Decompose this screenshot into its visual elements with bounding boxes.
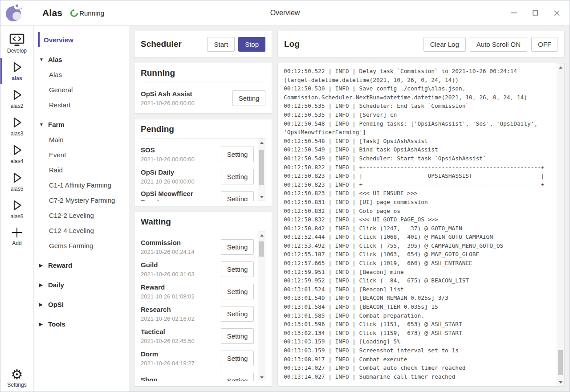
nav-item[interactable]: General [38,82,129,97]
maximize-button[interactable] [531,9,539,17]
rail-item-alas5[interactable]: alas5 [0,168,33,195]
app-title: Alas [42,8,62,18]
rail-item-alas6[interactable]: alas6 [0,196,33,222]
nav-item[interactable]: Event [38,147,129,162]
task-time: 2021-10-26 00:00:00 [141,178,217,185]
maximize-icon [533,10,538,16]
log-line: 00:13:14.027 | INFO | Combat auto check … [284,363,553,372]
play-icon [10,198,24,212]
setting-button[interactable]: Setting [221,328,254,344]
nav-item[interactable]: C1-1 Affinity Farming [38,177,129,192]
rail-item-label: alas2 [11,103,24,109]
log-line: 00:13:03.159 | INFO | [Loading] 5% [284,337,553,346]
nav-item[interactable]: ▶ Daily [38,277,129,292]
nav-arrow-icon: ▼ [39,122,48,127]
log-line: 00:12:50.548 | INFO | [Task] OpsiAshAssi… [284,137,553,146]
task-row: OpSi Ash Assist 2021-10-26 00:00:00 Sett… [141,87,265,108]
setting-button[interactable]: Setting [221,306,254,322]
task-row: Dorm 2021-10-26 04:19:27 Setting [141,347,265,369]
nav-item[interactable]: ▼ Farm [38,117,129,132]
play-icon [10,143,24,157]
nav-item[interactable]: C12-2 Leveling [38,208,129,223]
scroll-down-icon[interactable] [258,374,265,381]
scroll-up-icon[interactable] [557,64,564,71]
setting-button[interactable]: Setting [221,169,254,184]
nav-arrow-icon: ▼ [39,57,48,62]
nav-item[interactable]: ▶ OpSi [38,297,129,312]
log-line: 00:12:50.548 | INFO | Pending tasks: ['O… [284,119,553,128]
setting-button[interactable]: Setting [221,191,254,201]
log-title: Log [284,39,423,49]
nav-arrow-icon: ▶ [39,263,48,268]
main-area: Scheduler Start Stop Running OpSi Ash As… [129,26,570,392]
nav-item[interactable]: ▶ Reward [38,257,129,273]
nav-item[interactable]: Overview [38,32,129,47]
log-line: 'OpsiMeowfficerFarming'] [284,128,553,137]
nav-item[interactable]: Raid [38,162,129,177]
nav-item[interactable]: Alas [38,67,129,82]
nav-item[interactable]: C12-4 Leveling [38,223,129,238]
setting-button[interactable]: Setting [221,351,254,366]
task-info: Guild 2021-10-26 00:31:03 [141,261,221,278]
scrollbar-thumb[interactable] [558,350,563,375]
minimize-button[interactable] [510,9,518,17]
setting-button[interactable]: Setting [221,147,254,162]
rail-item-alas[interactable]: alas [0,58,33,84]
nav-item-label: Alas [48,56,62,63]
close-button[interactable] [553,9,561,17]
rail-item-add[interactable]: Add [0,224,33,249]
log-scrollbar[interactable] [557,63,564,386]
log-line: 00:12:50.535 | INFO | Scheduler: End tas… [284,102,553,110]
nav-item[interactable]: ▼ Alas [38,52,129,67]
task-info: Tactical 2021-10-26 02:45:50 [141,327,221,344]
develop-icon [9,33,25,47]
scrollbar-thumb[interactable] [259,241,264,257]
log-line: 00:13:08.917 | INFO | Combat execute [284,355,553,364]
autoscroll-off-button[interactable]: OFF [531,37,558,52]
running-title: Running [141,68,265,82]
scroll-up-icon[interactable] [258,232,265,239]
play-icon [10,88,24,102]
settings-button[interactable]: ⚙ Settings [0,365,33,392]
scroll-down-icon[interactable] [258,193,265,200]
setting-button[interactable]: Setting [221,373,254,382]
nav-item[interactable]: C7-2 Mystery Farming [38,192,129,208]
setting-button[interactable]: Setting [232,90,265,106]
clear-log-button[interactable]: Clear Log [423,37,466,52]
scroll-up-icon[interactable] [258,139,265,146]
gear-icon: ⚙ [11,368,23,381]
setting-button[interactable]: Setting [221,261,254,277]
task-row: Shop Setting [141,369,265,381]
log-line: Commission.Scheduler.NextRun=datetime.da… [284,93,553,102]
log-panel[interactable]: 00:12:50.522 | INFO | Delay task `Commis… [277,63,565,387]
waiting-scrollbar[interactable] [258,231,265,381]
rail-item-alas2[interactable]: alas2 [0,86,33,112]
scroll-down-icon[interactable] [557,379,564,386]
log-line: 00:13:01.584 | INFO | [BEACON_TIER 0.035… [284,302,553,311]
setting-button[interactable]: Setting [221,284,254,299]
log-header-panel: Log Clear Log Auto Scroll ON OFF [277,31,565,57]
autoscroll-on-button[interactable]: Auto Scroll ON [470,37,527,52]
nav-item[interactable]: Gems Farming [38,238,129,253]
pending-list[interactable]: SOS 2021-10-26 00:00:00 Setting OpSi Dai… [141,139,265,201]
nav-item-label: Overview [44,36,73,44]
log-line: 00:12:50.530 | INFO | Save config ./conf… [284,84,553,93]
nav-item[interactable]: ▶ Tools [38,316,129,331]
rail-item-alas4[interactable]: alas4 [0,141,33,167]
scrollbar-thumb[interactable] [259,150,264,185]
task-info: Commission 2021-10-26 00:24:14 [141,238,221,255]
waiting-list[interactable]: Commission 2021-10-26 00:24:14 Setting G… [141,231,265,381]
nav-arrow-icon: ▶ [39,322,48,327]
rail-item-develop[interactable]: Develop [0,31,33,57]
log-line: 00:12:50.823 | INFO | +-----------------… [284,180,553,189]
nav-item[interactable]: Restart [38,97,129,112]
pending-scrollbar[interactable] [258,139,265,201]
stop-button[interactable]: Stop [238,37,265,52]
setting-button[interactable]: Setting [221,239,254,255]
nav-item-label: Main [49,136,64,143]
task-info: OpSi Meowfficer Farming [141,189,221,201]
start-button[interactable]: Start [207,37,235,52]
task-time: 2021-10-26 02:16:02 [141,315,217,322]
rail-item-alas3[interactable]: alas3 [0,113,33,139]
nav-item[interactable]: Main [38,132,129,147]
